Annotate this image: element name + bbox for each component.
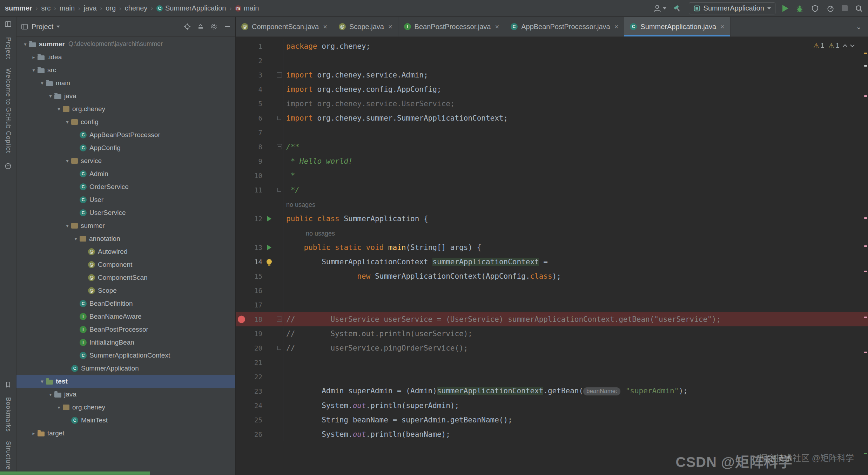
tree-item[interactable]: @Component [16,258,235,271]
intention-bulb-icon[interactable] [267,259,272,264]
chevron-up-icon[interactable] [843,44,847,49]
close-icon[interactable]: × [720,23,725,31]
breakpoint-icon[interactable] [238,315,245,323]
fold-end-icon[interactable] [277,346,281,350]
gutter[interactable]: 23 [236,384,283,398]
close-icon[interactable]: × [388,23,392,31]
fold-start-icon[interactable] [277,72,282,77]
editor-tab[interactable]: @Scope.java× [333,17,398,36]
gutter[interactable]: 14 [236,255,283,269]
gutter[interactable]: 2 [236,53,283,68]
project-stripe-button[interactable] [4,20,12,28]
editor-tab[interactable]: IBeanPostProcessor.java× [398,17,505,36]
breadcrumb-item[interactable]: cheney [125,4,148,12]
tree-chevron-icon[interactable]: ▾ [63,119,71,125]
tree-chevron-icon[interactable]: ▸ [30,430,38,436]
gutter[interactable] [236,226,283,240]
tree-chevron-icon[interactable]: ▾ [55,106,63,112]
gutter[interactable]: 10 [236,168,283,183]
breadcrumb-item[interactable]: CSummerApplication [156,4,226,12]
gutter[interactable]: 25 [236,413,283,427]
breadcrumb-item[interactable]: org [106,4,116,12]
breadcrumb-item[interactable]: src [41,4,51,12]
stripe-mark[interactable] [864,53,867,54]
gutter[interactable] [236,197,283,211]
tree-chevron-icon[interactable]: ▾ [38,379,46,384]
tree-item[interactable]: ▾summer [16,219,235,232]
gutter[interactable]: 8 [236,140,283,154]
run-configuration-select[interactable]: SummerApplication [689,2,775,14]
gutter[interactable]: 7 [236,125,283,140]
tree-item[interactable]: ▾annotation [16,232,235,245]
tree-item[interactable]: ▾summerQ:\development\jayarchit\summer [16,38,235,50]
stripe-mark[interactable] [864,317,867,318]
gutter[interactable]: 3 [236,68,283,82]
tree-item[interactable]: ▾src [16,63,235,76]
fold-end-icon[interactable] [277,188,281,192]
tree-item[interactable]: CAppBeanPostProcessor [16,128,235,141]
stripe-mark[interactable] [864,95,867,97]
stripe-copilot-label[interactable]: Welcome to GitHub Copilot [5,68,12,153]
tree-item[interactable]: CSummerApplication [16,362,235,375]
bookmark-icon[interactable] [5,381,12,388]
tree-item[interactable]: @Autowired [16,245,235,258]
fold-start-icon[interactable] [277,144,282,149]
tree-item[interactable]: @Scope [16,284,235,297]
tree-chevron-icon[interactable]: ▾ [38,80,46,86]
hidden-tabs-icon[interactable]: ⌄ [849,22,868,31]
stripe-mark[interactable] [864,217,867,219]
gutter[interactable]: 16 [236,283,283,298]
gutter[interactable]: 4 [236,82,283,96]
tree-chevron-icon[interactable]: ▾ [47,392,54,397]
tree-item[interactable]: ▾test [16,375,235,388]
tree-item[interactable]: CUser [16,193,235,206]
gutter[interactable]: 15 [236,269,283,283]
build-button[interactable] [673,4,682,13]
run-line-icon[interactable] [267,216,271,222]
tree-item[interactable]: ▾org.cheney [16,401,235,414]
stripe-mark[interactable] [864,65,867,67]
gutter[interactable]: 20 [236,341,283,355]
warning-item[interactable]: ⚠1 [828,42,839,50]
tree-item[interactable]: ▾service [16,154,235,167]
close-icon[interactable]: × [495,23,499,31]
tree-item[interactable]: CAdmin [16,167,235,180]
locate-file-icon[interactable] [183,23,191,30]
stripe-project-label[interactable]: Project [5,37,12,59]
tree-item[interactable]: IBeanPostProcessor [16,323,235,336]
tree-item[interactable]: ▾config [16,115,235,128]
search-everywhere-button[interactable] [855,4,863,13]
collapse-all-icon[interactable] [197,23,204,30]
tree-item[interactable]: IInitializingBean [16,336,235,349]
project-panel-title[interactable]: Project [32,23,53,31]
tree-item[interactable]: ▾main [16,76,235,89]
gutter[interactable]: 19 [236,326,283,341]
tree-chevron-icon[interactable]: ▾ [21,41,29,47]
tree-chevron-icon[interactable]: ▸ [30,54,38,60]
tree-item[interactable]: ▾java [16,89,235,102]
tree-item[interactable]: IBeanNameAware [16,310,235,323]
breadcrumb-item[interactable]: summer [5,4,32,12]
tree-chevron-icon[interactable]: ▾ [63,158,71,164]
tree-chevron-icon[interactable]: ▾ [55,405,63,410]
profiler-button[interactable] [826,4,835,13]
tree-item[interactable]: ▾org.cheney [16,102,235,115]
tree-item[interactable]: CSummerApplicationContext [16,349,235,362]
tree-item[interactable]: CMainTest [16,414,235,427]
fold-start-icon[interactable] [277,317,282,322]
gutter[interactable]: 21 [236,355,283,369]
stripe-mark[interactable] [864,352,867,353]
tree-item[interactable]: ▾java [16,388,235,401]
gutter[interactable]: 26 [236,427,283,441]
hide-panel-icon[interactable] [223,23,231,30]
tree-chevron-icon[interactable]: ▾ [72,236,80,242]
stripe-structure-label[interactable]: Structure [5,441,12,470]
close-icon[interactable]: × [323,23,327,31]
coverage-button[interactable] [811,4,819,13]
gutter[interactable]: 6 [236,111,283,125]
run-line-icon[interactable] [267,245,271,250]
tree-chevron-icon[interactable]: ▾ [30,67,38,73]
breadcrumb-item[interactable]: java [84,4,97,12]
warning-item[interactable]: ⚠1 [813,42,824,50]
tree-chevron-icon[interactable]: ▾ [47,93,54,99]
